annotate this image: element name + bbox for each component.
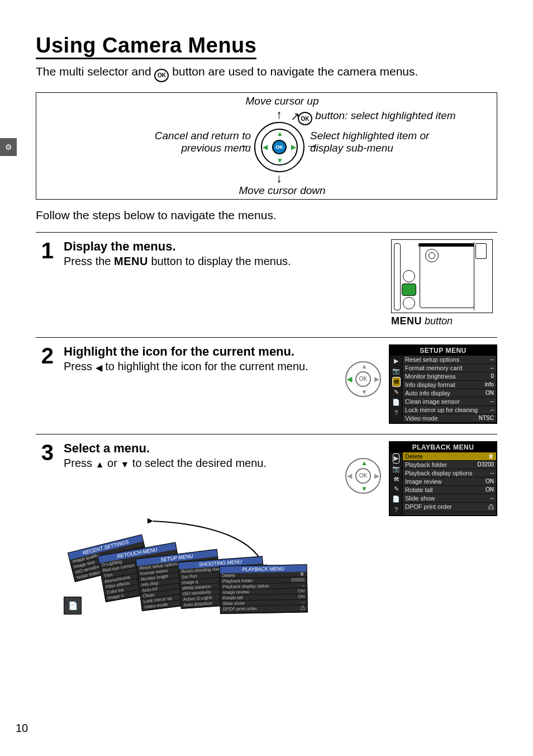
label-ok-desc: OK button: select highlighted item	[298, 110, 456, 126]
menu-header: SETUP MENU	[390, 346, 496, 356]
label-move-up: Move cursor up	[232, 95, 332, 107]
menu-row-label: Format memory card	[405, 365, 462, 371]
left-arrow-icon: ◀	[347, 472, 352, 480]
menu-row-label: Reset setup options	[405, 356, 459, 363]
up-arrow-icon: ▲	[96, 460, 104, 470]
menu-row: Info display formatinfo	[403, 381, 496, 389]
menu-row-value: ON	[486, 486, 494, 493]
step-desc: Press the MENU button to display the men…	[64, 255, 383, 268]
menu-row-label: Playback display options	[405, 470, 472, 476]
left-arrow-icon: ◀	[263, 143, 268, 151]
menu-row-value: ON	[486, 390, 494, 396]
menu-row: Delete🗑	[403, 452, 496, 461]
step-number: 3	[36, 441, 54, 630]
menu-row-label: Video mode	[405, 415, 438, 422]
up-arrow-icon: ▲	[361, 459, 368, 467]
menu-tab-icon: 📷	[392, 465, 400, 474]
menu-row: Video modeNTSC	[403, 414, 496, 423]
down-arrow-icon: ▼	[361, 485, 368, 493]
menu-row: Monitor brightness0	[403, 372, 496, 381]
menu-row: Format memory card--	[403, 364, 496, 372]
menu-row: Auto info displayON	[403, 389, 496, 398]
left-arrow-icon: ◀	[96, 362, 102, 373]
arrow-down-icon: ↓	[276, 171, 282, 186]
menu-row: Playback folderD3200	[403, 461, 496, 469]
multi-selector-graphic: OK ▲ ▼ ◀ ▶	[254, 122, 304, 172]
menu-tab-icon: 🛠	[393, 475, 399, 484]
page-title: Using Camera Menus	[36, 34, 256, 59]
menu-tab-icon: ▶	[394, 357, 398, 366]
intro-post: button are used to navigate the camera m…	[169, 65, 418, 78]
ok-icon: OK	[154, 69, 169, 82]
menu-row-label: Clean image sensor	[405, 398, 460, 405]
menu-row-value: NTSC	[479, 415, 494, 422]
menu-row-label: Image review	[405, 478, 441, 485]
label-move-down: Move cursor down	[232, 185, 332, 197]
menu-row-value: 🗑	[488, 453, 494, 460]
section-tab: ⚙	[0, 138, 17, 156]
step-1: 1 Display the menus. Press the MENU butt…	[36, 232, 497, 327]
mini-selector-left: OK ▲ ▼ ◀ ▶	[345, 361, 381, 397]
menu-tab-icon: 📄	[392, 398, 400, 407]
step-desc: Press ▲ or ▼ to select the desired menu.	[64, 457, 337, 470]
camera-diagram: MENU button	[391, 239, 497, 327]
arrow-up-icon: ↑	[276, 107, 282, 122]
fanned-menu-card: PLAYBACK MENUDelete🗑Playback folderD3200…	[219, 564, 307, 614]
arrow-right-icon: →	[306, 139, 318, 153]
menu-tab-icon: 📄	[392, 495, 400, 504]
setup-menu-screenshot: SETUP MENU ▶📷🛠✎📄? Reset setup options--F…	[389, 344, 497, 424]
menu-row-value: --	[490, 495, 494, 502]
menu-row: Reset setup options--	[403, 356, 496, 364]
right-arrow-icon: ▶	[374, 375, 379, 383]
down-arrow-icon: ▼	[277, 157, 283, 164]
menu-row-value: --	[490, 398, 494, 405]
menu-row: Image reviewON	[403, 478, 496, 486]
menu-row: Slide show--	[403, 494, 496, 503]
step-3: 3 Select a menu. Press ▲ or ▼ to select …	[36, 434, 497, 630]
menu-row-label: Auto info display	[405, 390, 450, 396]
label-cancel: Cancel and return to previous menu	[122, 130, 251, 154]
label-select: Select highlighted item or display sub-m…	[310, 130, 429, 154]
follow-text: Follow the steps below to navigate the m…	[36, 209, 497, 222]
menu-row-label: DPOF print order	[405, 503, 452, 511]
selector-diagram: Move cursor up Cancel and return to prev…	[36, 92, 497, 200]
right-arrow-icon: ▶	[374, 472, 379, 480]
menu-tab-icon: ?	[394, 408, 398, 417]
ok-button-graphic: OK	[272, 140, 287, 154]
arrow-to-ok-label: ↗	[291, 110, 300, 123]
menu-row-value: 凸	[488, 503, 494, 511]
menu-row-label: Info display format	[405, 381, 455, 388]
menu-row: Rotate tallON	[403, 486, 496, 494]
menu-row: Clean image sensor--	[403, 398, 496, 406]
intro-pre: The multi selector and	[36, 65, 154, 78]
menu-tab-icon: 📷	[392, 367, 400, 376]
fanned-menu-row: DPOF print order凸	[221, 605, 307, 613]
step-title: Select a menu.	[64, 441, 337, 456]
arrow-left-icon: ←	[240, 139, 252, 153]
menu-row-value: 0	[491, 373, 494, 380]
menu-tab-icon: ✎	[394, 485, 399, 494]
menu-row: Playback display options--	[403, 469, 496, 478]
left-arrow-icon: ◀	[347, 375, 352, 383]
menu-row: Lock mirror up for cleaning--	[403, 406, 496, 414]
menu-tab-icon: ?	[394, 505, 398, 514]
menu-header: PLAYBACK MENU	[390, 442, 496, 452]
menu-tab-icon: ✎	[394, 388, 399, 397]
step-number: 2	[36, 344, 54, 424]
mini-selector-updown: OK ▲ ▼ ◀ ▶	[345, 458, 381, 494]
menu-tab-icon: ▶	[393, 453, 399, 464]
fanned-menus-illustration: 📄 RECENT SETTINGSImage qualityImage size…	[86, 535, 293, 630]
step-title: Highlight the icon for the current menu.	[64, 344, 337, 359]
menu-row-label: Slide show	[405, 495, 435, 502]
intro-text: The multi selector and OK button are use…	[36, 65, 497, 82]
fan-side-icon: 📄	[64, 597, 82, 615]
menu-row-label: Monitor brightness	[405, 373, 456, 380]
camera-caption: MENU button	[391, 315, 497, 327]
menu-tab-icon: 🛠	[392, 377, 401, 387]
menu-row-value: --	[490, 470, 494, 476]
down-arrow-icon: ▼	[120, 460, 129, 470]
menu-button-highlight	[402, 284, 416, 296]
menu-row-value: D3200	[478, 461, 494, 468]
menu-row-value: --	[490, 356, 494, 363]
menu-row-value: ON	[486, 478, 494, 485]
